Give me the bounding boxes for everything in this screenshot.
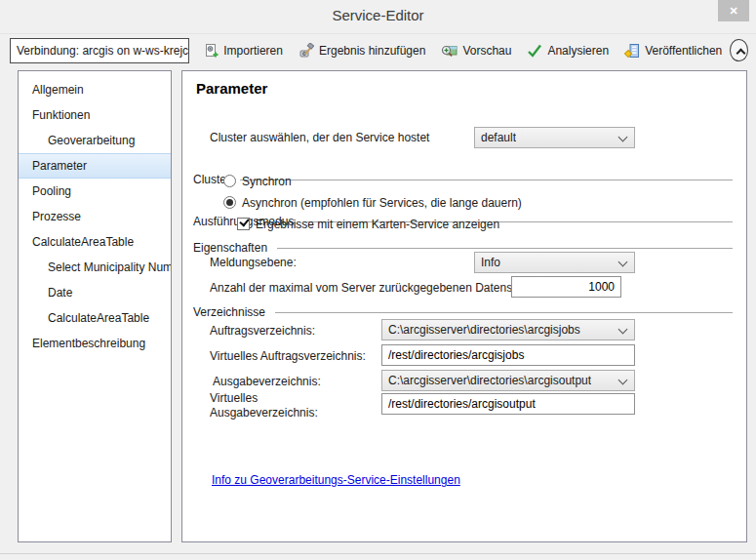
max-records-input[interactable] bbox=[511, 276, 621, 298]
add-result-icon bbox=[298, 43, 314, 59]
sidebar-item-parameter[interactable]: Parameter bbox=[19, 153, 171, 179]
sidebar-item-prozesse[interactable]: Prozesse bbox=[19, 204, 171, 229]
parameter-panel: Parameter Cluster Cluster auswählen, der… bbox=[181, 70, 747, 542]
section-divider bbox=[240, 180, 733, 180]
sidebar-item-select-municipality-number[interactable]: Select Municipality Number bbox=[19, 255, 171, 280]
analyze-button[interactable]: Analysieren bbox=[519, 38, 617, 63]
add-result-button-label: Ergebnis hinzufügen bbox=[319, 44, 425, 58]
sidebar-item-funktionen[interactable]: Funktionen bbox=[19, 102, 171, 128]
virtual-jobs-directory-input[interactable] bbox=[381, 344, 635, 366]
window-bottom-edge bbox=[0, 553, 756, 554]
virtual-output-directory-label: Virtuelles Ausgabeverzeichnis: bbox=[210, 391, 366, 420]
directories-section-header: Verzeichnisse bbox=[193, 305, 733, 319]
virtual-jobs-directory-label: Virtuelles Auftragsverzeichnis: bbox=[210, 349, 366, 363]
chevron-down-icon bbox=[618, 325, 628, 335]
chevron-down-icon bbox=[618, 376, 628, 385]
toolbar: Verbindung: arcgis on w-ws-krejci_608...… bbox=[0, 33, 756, 66]
chevron-up-icon bbox=[736, 49, 746, 59]
import-icon bbox=[203, 43, 219, 59]
sidebar-item-geoverarbeitung[interactable]: Geoverarbeitung bbox=[19, 128, 171, 153]
section-divider bbox=[277, 248, 733, 249]
preview-icon bbox=[441, 43, 458, 59]
sidebar: Allgemein Funktionen Geoverarbeitung Par… bbox=[18, 70, 172, 542]
synchronous-radio-label: Synchron bbox=[242, 175, 292, 188]
message-level-label: Meldungsebene: bbox=[210, 256, 297, 269]
cluster-dropdown[interactable]: default bbox=[474, 127, 635, 148]
sidebar-item-allgemein[interactable]: Allgemein bbox=[19, 77, 171, 102]
title-bar: Service-Editor ✕ bbox=[0, 0, 756, 33]
jobs-directory-dropdown-value: C:\arcgisserver\directories\arcgisjobs bbox=[388, 323, 580, 337]
sidebar-item-elementbeschreibung[interactable]: Elementbeschreibung bbox=[19, 331, 171, 356]
connection-field[interactable]: Verbindung: arcgis on w-ws-krejci_608... bbox=[10, 38, 189, 63]
max-records-label: Anzahl der maximal vom Server zurückgege… bbox=[210, 281, 535, 295]
collapse-toolbar-button[interactable] bbox=[730, 39, 748, 61]
properties-section-label: Eigenschaften bbox=[193, 241, 277, 255]
gp-service-settings-link[interactable]: Info zu Geoverarbeitungs-Service-Einstel… bbox=[212, 473, 460, 487]
output-directory-dropdown-value: C:\arcgisserver\directories\arcgisoutput bbox=[388, 374, 591, 387]
publish-button-label: Veröffentlichen bbox=[645, 44, 722, 58]
output-directory-dropdown[interactable]: C:\arcgisserver\directories\arcgisoutput bbox=[381, 370, 635, 391]
add-result-button[interactable]: Ergebnis hinzufügen bbox=[291, 38, 433, 63]
jobs-directory-dropdown[interactable]: C:\arcgisserver\directories\arcgisjobs bbox=[381, 319, 635, 340]
show-results-map-service-checkbox[interactable] bbox=[237, 218, 250, 230]
sidebar-item-calculateareatable-task[interactable]: CalculateAreaTable bbox=[19, 305, 171, 331]
asynchronous-radio[interactable] bbox=[223, 196, 236, 209]
cluster-dropdown-value: default bbox=[481, 131, 516, 144]
sidebar-item-pooling[interactable]: Pooling bbox=[19, 179, 171, 204]
publish-icon bbox=[624, 43, 640, 59]
import-button-label: Importieren bbox=[223, 44, 283, 58]
preview-button-label: Vorschau bbox=[462, 44, 511, 58]
jobs-directory-label: Auftragsverzeichnis: bbox=[210, 324, 315, 338]
chevron-down-icon bbox=[618, 258, 628, 267]
close-icon[interactable]: ✕ bbox=[718, 0, 749, 21]
import-button[interactable]: Importieren bbox=[195, 38, 291, 63]
page-title: Parameter bbox=[196, 80, 267, 97]
output-directory-label: Ausgabeverzeichnis: bbox=[213, 375, 321, 388]
analyze-icon bbox=[527, 43, 542, 59]
section-divider bbox=[275, 312, 733, 313]
publish-button[interactable]: Veröffentlichen bbox=[617, 38, 730, 63]
virtual-output-directory-input[interactable] bbox=[381, 393, 635, 415]
message-level-dropdown[interactable]: Info bbox=[474, 252, 635, 273]
service-editor-dialog: Service-Editor ✕ Verbindung: arcgis on w… bbox=[0, 0, 756, 560]
preview-button[interactable]: Vorschau bbox=[433, 38, 519, 63]
synchronous-radio[interactable] bbox=[223, 175, 236, 187]
chevron-down-icon bbox=[618, 133, 628, 142]
sidebar-item-calculateareatable[interactable]: CalculateAreaTable bbox=[19, 229, 171, 255]
cluster-select-label: Cluster auswählen, der den Service hoste… bbox=[210, 131, 429, 144]
show-results-map-service-label: Ergebnisse mit einem Karten-Service anze… bbox=[256, 218, 499, 231]
analyze-button-label: Analysieren bbox=[547, 44, 609, 58]
asynchronous-radio-label: Asynchron (empfohlen für Services, die l… bbox=[242, 196, 522, 210]
sidebar-item-date[interactable]: Date bbox=[19, 280, 171, 305]
message-level-dropdown-value: Info bbox=[481, 256, 500, 269]
window-title: Service-Editor bbox=[0, 7, 756, 23]
directories-section-label: Verzeichnisse bbox=[193, 305, 275, 319]
properties-section-header: Eigenschaften bbox=[193, 241, 733, 255]
